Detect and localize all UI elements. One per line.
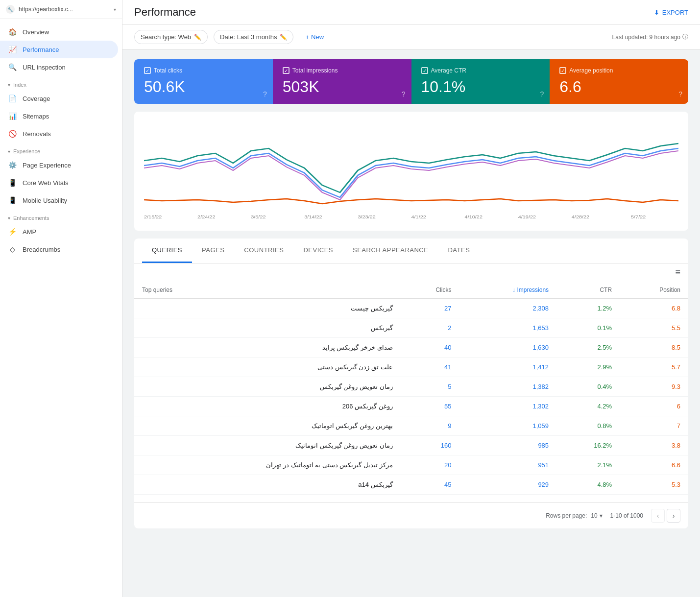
tab-search-appearance[interactable]: SEARCH APPEARANCE — [343, 239, 438, 263]
impressions-cell: 1,630 — [459, 338, 557, 358]
query-cell: زمان تعویض روغن گیربکس اتوماتیک — [134, 436, 401, 455]
table-row[interactable]: صدای خرخر گیربکس پراید 40 1,630 2.5% 8.5 — [134, 338, 688, 358]
pencil-icon: ✏️ — [280, 34, 287, 41]
collapse-arrow-icon: ▾ — [8, 215, 10, 221]
table-row[interactable]: زمان تعویض روغن گیربکس اتوماتیک 160 985 … — [134, 436, 688, 455]
prev-page-button[interactable]: ‹ — [651, 509, 665, 523]
position-cell: 3.8 — [620, 436, 688, 455]
ctr-cell: 4.8% — [556, 475, 620, 495]
removals-icon: 🚫 — [8, 130, 17, 138]
query-cell: مرکز تبدیل گیربکس دستی به اتوماتیک در ته… — [134, 455, 401, 475]
sidebar-item-page-experience[interactable]: ⚙️ Page Experience — [0, 156, 118, 174]
col-header-queries[interactable]: Top queries — [134, 282, 401, 299]
chevron-down-icon: ▾ — [114, 7, 116, 12]
sidebar-item-mobile-usability[interactable]: 📱 Mobile Usability — [0, 191, 118, 209]
sidebar-item-label: Core Web Vitals — [23, 179, 68, 187]
table-row[interactable]: گیربکس 2 1,653 0.1% 5.5 — [134, 318, 688, 338]
sitemaps-icon: 📊 — [8, 112, 17, 120]
help-icon: ? — [678, 90, 682, 98]
rows-per-page-control: Rows per page: 10 ▾ — [546, 512, 602, 519]
query-cell: گیربکس — [134, 318, 401, 338]
sidebar-item-label: Sitemaps — [23, 113, 49, 120]
svg-text:4/10/22: 4/10/22 — [465, 215, 483, 219]
impressions-cell: 2,308 — [459, 299, 557, 318]
svg-text:3/23/22: 3/23/22 — [358, 215, 376, 219]
position-cell: 5.3 — [620, 475, 688, 495]
help-icon: ? — [540, 90, 544, 98]
col-header-ctr[interactable]: CTR — [556, 282, 620, 299]
stat-value: 50.6K — [144, 78, 263, 96]
tab-countries[interactable]: COUNTRIES — [234, 239, 293, 263]
clicks-cell: 45 — [401, 475, 459, 495]
position-cell: 6.8 — [620, 299, 688, 318]
experience-section[interactable]: ▾ Experience — [0, 143, 122, 156]
stat-checkbox[interactable]: ✓ — [144, 67, 151, 74]
sidebar-item-core-web-vitals[interactable]: 📱 Core Web Vitals — [0, 174, 118, 191]
tab-dates[interactable]: DATES — [438, 239, 480, 263]
impressions-cell: 1,412 — [459, 358, 557, 377]
sidebar-item-amp[interactable]: ⚡ AMP — [0, 223, 118, 240]
stat-checkbox[interactable]: ✓ — [421, 67, 428, 74]
sidebar-item-removals[interactable]: 🚫 Removals — [0, 125, 118, 143]
help-icon: ? — [263, 90, 267, 98]
overview-icon: 🏠 — [8, 28, 17, 36]
ctr-cell: 4.2% — [556, 397, 620, 416]
position-cell: 5.5 — [620, 318, 688, 338]
table-row[interactable]: مرکز تبدیل گیربکس دستی به اتوماتیک در ته… — [134, 455, 688, 475]
sidebar-item-label: Page Experience — [23, 162, 71, 169]
col-header-position[interactable]: Position — [620, 282, 688, 299]
table-row[interactable]: زمان تعویض روغن گیربکس 5 1,382 0.4% 9.3 — [134, 377, 688, 397]
new-filter-button[interactable]: + New — [299, 30, 330, 44]
ctr-cell: 0.1% — [556, 318, 620, 338]
sidebar-item-breadcrumbs[interactable]: ◇ Breadcrumbs — [0, 240, 118, 258]
search-type-filter[interactable]: Search type: Web ✏️ — [134, 30, 208, 44]
mobile-usability-icon: 📱 — [8, 196, 17, 204]
sidebar-item-label: Breadcrumbs — [23, 246, 60, 253]
tab-queries[interactable]: QUERIES — [142, 239, 192, 263]
table-row[interactable]: روغن گیربکس 206 55 1,302 4.2% 6 — [134, 397, 688, 416]
stat-checkbox[interactable]: ✓ — [283, 67, 290, 74]
position-cell: 6.6 — [620, 455, 688, 475]
stat-label-text: Average position — [569, 67, 613, 74]
table-row[interactable]: علت تق زدن گیربکس دستی 41 1,412 2.9% 5.7 — [134, 358, 688, 377]
page-info: 1-10 of 1000 — [610, 512, 643, 519]
stat-average-ctr: ✓ Average CTR 10.1% ? — [411, 59, 550, 104]
performance-icon: 📈 — [8, 46, 17, 53]
impressions-cell: 985 — [459, 436, 557, 455]
col-header-impressions[interactable]: ↓ Impressions — [459, 282, 557, 299]
chevron-down-icon: ▾ — [600, 512, 603, 519]
page-navigation: ‹ › — [651, 509, 680, 523]
tab-pages[interactable]: PAGES — [192, 239, 234, 263]
sidebar-item-performance[interactable]: 📈 Performance — [0, 41, 118, 58]
next-page-button[interactable]: › — [667, 509, 680, 523]
table-row[interactable]: گیربکس چیست 27 2,308 1.2% 6.8 — [134, 299, 688, 318]
sidebar-item-coverage[interactable]: 📄 Coverage — [0, 90, 118, 107]
tab-devices[interactable]: DEVICES — [293, 239, 343, 263]
impressions-cell: 1,382 — [459, 377, 557, 397]
sidebar-item-overview[interactable]: 🏠 Overview — [0, 23, 118, 41]
core-web-vitals-icon: 📱 — [8, 179, 17, 187]
table-row[interactable]: گیربکس a14 45 929 4.8% 5.3 — [134, 475, 688, 495]
rows-per-page-select[interactable]: 10 ▾ — [591, 512, 602, 519]
date-filter[interactable]: Date: Last 3 months ✏️ — [214, 30, 293, 44]
index-section[interactable]: ▾ Index — [0, 76, 122, 90]
clicks-cell: 41 — [401, 358, 459, 377]
export-button[interactable]: ⬇ EXPORT — [654, 9, 688, 16]
filter-bar: Search type: Web ✏️ Date: Last 3 months … — [122, 25, 700, 49]
ctr-cell: 0.4% — [556, 377, 620, 397]
col-header-clicks[interactable]: Clicks — [401, 282, 459, 299]
sidebar-item-sitemaps[interactable]: 📊 Sitemaps — [0, 107, 118, 125]
position-cell: 5.7 — [620, 358, 688, 377]
stat-total-impressions: ✓ Total impressions 503K ? — [273, 59, 411, 104]
enhancements-section[interactable]: ▾ Enhancements — [0, 209, 122, 223]
site-selector[interactable]: 🔧 https://gearboxfix.c... ▾ — [0, 0, 122, 19]
query-cell: علت تق زدن گیربکس دستی — [134, 358, 401, 377]
svg-text:4/28/22: 4/28/22 — [572, 215, 590, 219]
sidebar-item-url-inspection[interactable]: 🔍 URL inspection — [0, 58, 118, 76]
data-table-section: QUERIES PAGES COUNTRIES DEVICES SEARCH A… — [134, 239, 688, 528]
table-row[interactable]: بهترین روغن گیربکس اتوماتیک 9 1,059 0.8%… — [134, 416, 688, 436]
query-cell: بهترین روغن گیربکس اتوماتیک — [134, 416, 401, 436]
page-experience-icon: ⚙️ — [8, 161, 17, 169]
table-filter-icon[interactable]: ≡ — [675, 267, 680, 278]
stat-checkbox[interactable]: ✓ — [559, 67, 566, 74]
